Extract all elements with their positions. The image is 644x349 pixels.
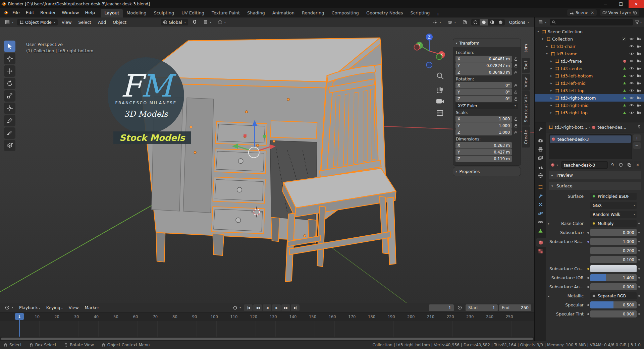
outliner-row[interactable]: ▾ Collection ✓: [535, 35, 644, 43]
material-name-field[interactable]: teacher-desk-3: [561, 161, 608, 169]
decorator-dot[interactable]: [638, 304, 640, 306]
add-workspace-button[interactable]: +: [433, 10, 442, 17]
outliner-item-label[interactable]: td3-chair: [556, 44, 575, 49]
property-field[interactable]: GGX: [590, 202, 637, 209]
expand-arrow-icon[interactable]: ▸: [549, 104, 553, 107]
disable-render-icon[interactable]: [636, 74, 642, 78]
expand-arrow-icon[interactable]: ▸: [549, 74, 553, 77]
tool-add-cube[interactable]: [4, 140, 15, 151]
lock-icon[interactable]: [514, 90, 518, 94]
playback-button[interactable]: ▶|: [291, 304, 300, 311]
lock-icon[interactable]: [514, 124, 518, 128]
unlink-material-icon[interactable]: ×: [634, 161, 641, 169]
perspective-grid-icon[interactable]: [437, 111, 443, 116]
lock-icon[interactable]: [514, 117, 518, 121]
disable-render-icon[interactable]: [636, 59, 642, 63]
options-dropdown[interactable]: Options: [507, 19, 531, 25]
timeline-menu[interactable]: Playback: [17, 304, 43, 311]
timeline-menu[interactable]: Keying: [44, 304, 65, 311]
expand-arrow-icon[interactable]: ▸: [545, 45, 549, 48]
outliner-item-label[interactable]: Scene Collection: [548, 29, 583, 34]
outliner-row[interactable]: ▸ td3-right-mid: [535, 102, 644, 109]
playhead[interactable]: 1: [15, 313, 24, 320]
timeline-track-area[interactable]: 1 10 20 30 40 50 60 70: [0, 312, 534, 341]
mode-dropdown[interactable]: Object Mode: [17, 19, 58, 25]
playhead-line[interactable]: [19, 320, 20, 337]
app-menu[interactable]: Help: [82, 9, 98, 16]
n-panel-tab[interactable]: Create: [522, 126, 530, 148]
outliner-row[interactable]: ▸ td3-left-mid: [535, 79, 644, 87]
expand-arrow-icon[interactable]: ▸: [549, 96, 553, 100]
new-view-layer-icon[interactable]: [633, 11, 637, 15]
playback-button[interactable]: ▶: [272, 304, 281, 311]
rotation-mode-dropdown[interactable]: XYZ Euler: [455, 103, 518, 109]
hide-viewport-icon[interactable]: [628, 81, 635, 85]
outliner-item-label[interactable]: td3-right-bottom: [561, 96, 596, 101]
outliner-item-label[interactable]: td3-right-mid: [561, 103, 589, 108]
outliner-item-label[interactable]: td3-left-top: [561, 88, 585, 93]
outliner-item-label[interactable]: td3-center: [561, 66, 583, 71]
axis-x-negative[interactable]: [414, 45, 420, 50]
tab-object[interactable]: [535, 183, 546, 191]
decorator-dot[interactable]: [638, 313, 640, 315]
material-slot-list[interactable]: teacher-desk-3: [549, 134, 632, 159]
tool-annotate[interactable]: [4, 115, 15, 126]
tab-particles[interactable]: [535, 200, 546, 209]
timeline-tracks[interactable]: [0, 321, 534, 337]
preview-panel-header[interactable]: ▸ Preview: [549, 171, 641, 179]
tab-modifiers[interactable]: [535, 191, 546, 200]
tool-measure[interactable]: [4, 127, 15, 139]
app-menu[interactable]: Edit: [23, 9, 37, 16]
decorator-dot[interactable]: [638, 295, 640, 297]
dimensions-field[interactable]: Z0.119 m: [455, 156, 512, 162]
disable-render-icon[interactable]: [636, 44, 642, 49]
expand-arrow-icon[interactable]: ▾: [536, 30, 540, 33]
search-input[interactable]: [557, 20, 631, 24]
outliner-row[interactable]: ▸ td3-right-bottom: [535, 94, 644, 102]
breadcrumb-material[interactable]: teacher-des...: [597, 125, 626, 130]
lock-icon[interactable]: [514, 130, 518, 134]
property-field[interactable]: 0.500: [590, 301, 637, 308]
proportional-editing-dropdown[interactable]: [216, 19, 228, 25]
property-field[interactable]: 0.200: [590, 247, 637, 254]
tab-world[interactable]: [535, 171, 546, 180]
property-field[interactable]: Separate RGB: [590, 292, 637, 299]
camera-view-icon[interactable]: [437, 100, 444, 103]
rotation-field[interactable]: Y0°: [455, 89, 512, 95]
expand-arrow-icon[interactable]: ▸: [549, 111, 553, 114]
tab-texture[interactable]: [535, 247, 546, 255]
n-panel-tab[interactable]: Shortcut VUr: [522, 91, 530, 126]
disable-render-icon[interactable]: [636, 111, 642, 115]
unlink-scene-icon[interactable]: ×: [591, 10, 594, 15]
outliner-item-label[interactable]: Collection: [552, 37, 573, 42]
tool-move[interactable]: [4, 65, 15, 77]
app-menu[interactable]: Window: [59, 9, 82, 16]
fake-user-shield-icon[interactable]: [617, 161, 625, 169]
hide-viewport-icon[interactable]: [628, 88, 635, 93]
properties-panel-header[interactable]: ▸ Properties: [453, 167, 521, 176]
app-menu[interactable]: File: [9, 9, 23, 16]
tab-constraints[interactable]: [535, 218, 546, 226]
maximize-button[interactable]: ☐: [613, 0, 629, 8]
outliner-item-label[interactable]: td3-left-mid: [561, 81, 586, 86]
xray-toggle[interactable]: [460, 19, 469, 25]
hide-viewport-icon[interactable]: [628, 37, 635, 41]
tab-scene[interactable]: [535, 162, 546, 171]
zoom-icon[interactable]: [437, 73, 443, 79]
location-field[interactable]: Z0.36493 m: [455, 69, 512, 75]
expand-arrow-icon[interactable]: ▸: [549, 67, 553, 70]
blender-menu-icon[interactable]: [2, 10, 9, 15]
timeline-menu[interactable]: Marker: [83, 304, 102, 311]
hide-viewport-icon[interactable]: [628, 73, 635, 78]
outliner-row[interactable]: ▾ Scene Collection: [535, 28, 644, 35]
outliner-item-label[interactable]: td3-right-top: [561, 110, 588, 115]
workspace-tab[interactable]: Animation: [269, 9, 298, 17]
transform-orientation-dropdown[interactable]: Global: [161, 19, 188, 25]
lock-icon[interactable]: [514, 64, 518, 68]
decorator-dot[interactable]: [638, 232, 640, 233]
n-panel-tab[interactable]: View: [522, 74, 530, 91]
lock-icon[interactable]: [514, 70, 518, 74]
lock-icon[interactable]: [514, 83, 518, 88]
editor-type-button[interactable]: [3, 19, 16, 25]
snap-target-dropdown[interactable]: [201, 19, 214, 25]
